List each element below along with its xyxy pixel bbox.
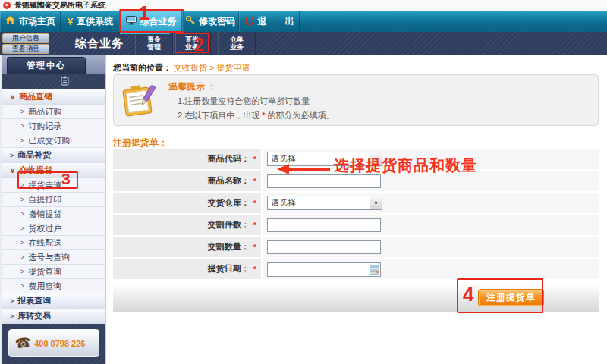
- form-row-delivery-quantity: 交割数量：*: [113, 237, 599, 257]
- delivery-pieces-input[interactable]: [267, 218, 381, 232]
- dropdown-arrow-icon: ▼: [370, 196, 382, 209]
- service-phone-button[interactable]: ☎ 400 0798 226: [8, 329, 99, 357]
- sidebar-item-label: 自提打印: [28, 194, 61, 206]
- required-star: *: [253, 155, 256, 164]
- chevron-right-icon: >: [20, 239, 24, 246]
- nav-tab-change-password[interactable]: 修改密码: [182, 11, 239, 32]
- sidebar-item-report-query[interactable]: >报表查询: [2, 293, 105, 309]
- sidebar-item-fee-query[interactable]: >费用查询: [2, 279, 105, 293]
- dropdown-arrow-icon: ▼: [370, 152, 382, 165]
- chevron-right-icon: >: [20, 282, 24, 290]
- sidebar-item-product-order[interactable]: >商品订购: [2, 105, 105, 119]
- sidebar-tab-management-center[interactable]: 管理中心: [7, 57, 86, 74]
- pickup-date-input[interactable]: [267, 262, 381, 277]
- sidebar-item-self-pickup-print[interactable]: >自提打印: [2, 193, 105, 207]
- nav-tab-direct-supply[interactable]: ¥ 直供系统: [61, 11, 120, 32]
- sidebar-item-number-selection-query[interactable]: >选号与查询: [2, 250, 105, 265]
- sidebar-item-pickup-query[interactable]: >提货查询: [2, 265, 105, 279]
- calendar-icon[interactable]: [370, 264, 379, 278]
- subnav-item-direct-supply-business[interactable]: 直供 业务: [173, 32, 211, 55]
- sidebar-item-label: 订购记录: [28, 121, 61, 132]
- chevron-right-icon: >: [10, 312, 14, 320]
- sidebar-item-product-direct-sale[interactable]: ∨商品直销: [2, 89, 105, 105]
- field-label: 商品代码：*: [113, 149, 261, 169]
- sidebar-item-label: 提货申请: [28, 180, 61, 191]
- nav-tab-label: 修改密码: [199, 15, 235, 28]
- delivery-warehouse-select[interactable]: 请选择 ▼: [267, 196, 382, 210]
- view-messages-button[interactable]: 查看消息: [2, 44, 49, 54]
- breadcrumb-prefix: 您当前的位置：: [113, 63, 171, 72]
- sidebar-item-online-distribution[interactable]: >在线配送: [2, 236, 105, 250]
- nav-tab-market-home[interactable]: 市场主页: [0, 11, 61, 32]
- required-star: *: [253, 265, 256, 274]
- main-nav: 市场主页 ¥ 直供系统 综合业务 修改密码 退 出: [0, 11, 607, 32]
- notice-line2-pre: 2.在以下项目中，出现: [178, 111, 262, 120]
- clipboard-pen-icon: [121, 83, 158, 121]
- chevron-right-icon: >: [20, 268, 24, 275]
- sidebar-item-label: 报表查询: [17, 295, 51, 306]
- sidebar-item-label: 商品直销: [19, 91, 52, 102]
- sidebar-item-product-restock[interactable]: >商品补货: [2, 148, 105, 163]
- pickup-date-label: 提货日期：: [208, 263, 250, 275]
- select-value: 请选择: [268, 153, 370, 165]
- sidebar-item-pickup-application[interactable]: >提货申请: [2, 178, 105, 193]
- field-label: 交货仓库：*: [113, 193, 261, 213]
- chevron-right-icon: >: [20, 196, 24, 203]
- home-icon: [5, 16, 15, 27]
- sidebar-item-label: 库转交易: [17, 310, 51, 322]
- sidebar-toolbar-band: [2, 74, 105, 89]
- sidebar-item-label: 已成交订购: [28, 135, 70, 146]
- register-pickup-order-button[interactable]: 注册提货单: [479, 290, 543, 306]
- chevron-right-icon: >: [20, 210, 24, 218]
- form-row-product-name: 商品名称：*: [113, 171, 599, 191]
- nav-tab-label: 退 出: [258, 15, 294, 28]
- product-code-select[interactable]: 请选择 ▼: [267, 152, 382, 166]
- field-label: 交割数量：*: [113, 237, 261, 257]
- subnav-item-label: 资金: [147, 36, 161, 43]
- sub-nav: 用户信息 查看消息 综合业务 资金 管理 直供 业务 仓单 业务: [0, 32, 607, 55]
- nav-tab-logout[interactable]: 退 出: [239, 11, 300, 32]
- chevron-right-icon: >: [20, 122, 24, 130]
- nav-tab-label: 综合业务: [140, 15, 177, 28]
- notice-line2-post: 的部分为必填项。: [266, 111, 335, 120]
- breadcrumb-path: 交收提货 > 提货申请: [174, 63, 250, 72]
- subnav-item-label: 业务: [230, 43, 244, 51]
- nav-tab-comprehensive-business[interactable]: 综合业务: [120, 11, 182, 32]
- form-row-pickup-date: 提货日期：*: [113, 259, 599, 279]
- sidebar-item-label: 商品订购: [28, 106, 61, 118]
- form-row-delivery-warehouse: 交货仓库：* 请选择 ▼: [113, 193, 599, 213]
- service-phone-number: 400 0798 226: [34, 339, 85, 348]
- subnav-item-warehouse-receipt-business[interactable]: 仓单 业务: [218, 32, 256, 55]
- chevron-down-icon: ∨: [10, 93, 15, 101]
- chevron-right-icon: >: [20, 224, 24, 232]
- chevron-right-icon: >: [20, 181, 24, 189]
- sidebar-header-strip: 管理中心: [2, 55, 105, 74]
- app-title: 景德镇陶瓷交易所电子系统: [14, 0, 105, 11]
- sidebar-item-order-records[interactable]: >订购记录: [2, 119, 105, 133]
- chevron-right-icon: >: [10, 152, 14, 159]
- nav-tab-label: 市场主页: [19, 15, 55, 28]
- sidebar-item-delivery-pickup[interactable]: ∨交收提货: [2, 163, 105, 178]
- user-info-button[interactable]: 用户信息: [2, 33, 49, 43]
- sidebar-item-label: 商品补货: [17, 149, 51, 161]
- chevron-right-icon: >: [10, 297, 14, 305]
- monitor-icon: [126, 16, 137, 27]
- sidebar-item-label: 在线配送: [28, 237, 61, 249]
- subnav-item-label: 直供: [185, 36, 199, 43]
- sidebar-item-cancel-pickup[interactable]: >撤销提货: [2, 207, 105, 221]
- delivery-quantity-input[interactable]: [267, 240, 381, 254]
- subnav-item-funds-management[interactable]: 资金 管理: [135, 32, 173, 55]
- sidebar-item-goods-ownership-transfer[interactable]: >货权过户: [2, 221, 105, 236]
- sidebar-item-warehouse-transfer-trade[interactable]: >库转交易: [2, 309, 105, 324]
- product-name-label: 商品名称：: [208, 175, 250, 187]
- sidebar-item-completed-orders[interactable]: >已成交订购: [2, 133, 105, 148]
- chevron-right-icon: >: [20, 253, 24, 261]
- app-logo-icon: [3, 2, 11, 9]
- product-name-input[interactable]: [267, 174, 381, 188]
- power-icon: [245, 16, 254, 27]
- clipboard-icon[interactable]: [61, 75, 69, 89]
- chevron-down-icon: ∨: [10, 167, 15, 174]
- delivery-pieces-label: 交割件数：: [208, 219, 250, 231]
- chevron-right-icon: >: [20, 136, 24, 144]
- sidebar-item-label: 费用查询: [28, 281, 61, 292]
